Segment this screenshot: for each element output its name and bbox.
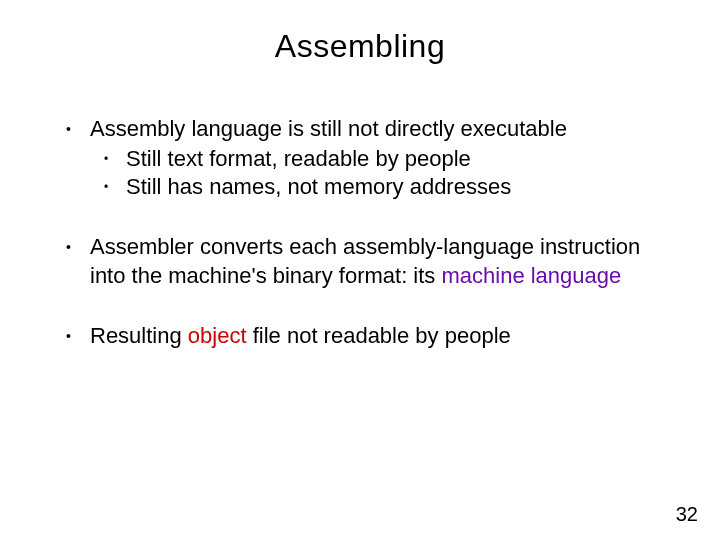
sub-bullet-2: Still has names, not memory addresses [90,173,660,201]
slide: Assembling Assembly language is still no… [0,0,720,540]
keyword-machine-language: machine language [441,263,621,288]
bullet-item-3: Resulting object file not readable by pe… [60,322,660,350]
bullet-list: Assembly language is still not directly … [60,115,660,350]
keyword-object: object [188,323,247,348]
slide-body: Assembly language is still not directly … [60,115,660,382]
slide-title: Assembling [0,28,720,65]
bullet-3-post: file not readable by people [247,323,511,348]
bullet-item-1: Assembly language is still not directly … [60,115,660,201]
sub-bullet-1: Still text format, readable by people [90,145,660,173]
sub-bullet-list: Still text format, readable by people St… [90,145,660,201]
page-number: 32 [676,503,698,526]
bullet-1-text: Assembly language is still not directly … [90,116,567,141]
bullet-item-2: Assembler converts each assembly-languag… [60,233,660,289]
bullet-3-pre: Resulting [90,323,188,348]
